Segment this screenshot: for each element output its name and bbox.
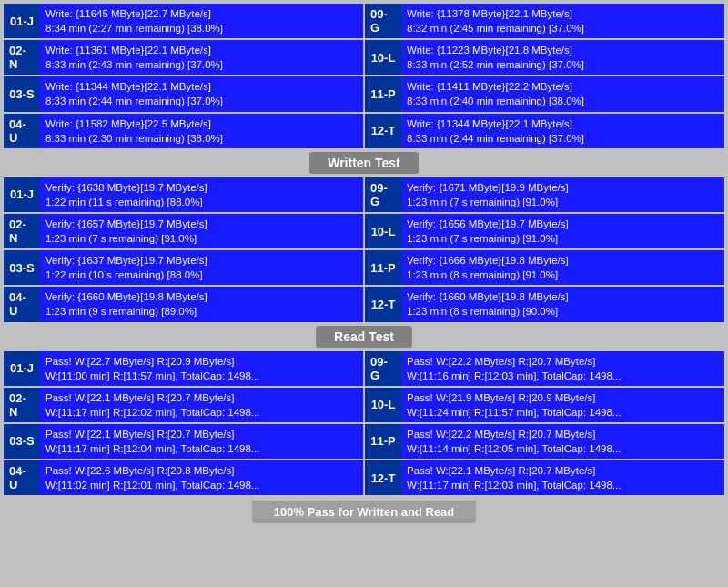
table-row: 10-L Write: {11223 MByte}[21.8 MByte/s] … bbox=[365, 40, 724, 75]
verify-line2-04u: 1:23 min (9 s remaining) [89.0%] bbox=[46, 304, 358, 319]
table-row: 04-U Write: {11582 MByte}[22.5 MByte/s] … bbox=[4, 114, 363, 148]
verify-line1-12t: Verify: {1660 MByte}[19.8 MByte/s] bbox=[407, 289, 719, 304]
table-row: 09-G Pass! W:[22.2 MByte/s] R:[20.7 MByt… bbox=[365, 351, 724, 386]
device-id-12t-verify: 12-T bbox=[365, 287, 401, 321]
write-line1-09g: Write: {11378 MByte}[22.1 MByte/s] bbox=[407, 6, 719, 21]
table-row: 09-G Verify: {1671 MByte}[19.9 MByte/s] … bbox=[365, 177, 724, 212]
read-line2-09g: W:[11:16 min] R:[12:03 min], TotalCap: 1… bbox=[407, 369, 719, 383]
write-status-09g: Write: {11378 MByte}[22.1 MByte/s] 8:32 … bbox=[401, 4, 724, 38]
write-line1-03s: Write: {11344 MByte}[22.1 MByte/s] bbox=[46, 79, 358, 94]
device-id-01j-verify: 01-J bbox=[4, 177, 40, 212]
write-line1-10l: Write: {11223 MByte}[21.8 MByte/s] bbox=[407, 43, 719, 57]
read-status-11p: Pass! W:[22.2 MByte/s] R:[20.7 MByte/s] … bbox=[401, 424, 724, 459]
write-line1-04u: Write: {11582 MByte}[22.5 MByte/s] bbox=[46, 116, 358, 131]
read-status-09g: Pass! W:[22.2 MByte/s] R:[20.7 MByte/s] … bbox=[401, 351, 724, 386]
device-id-02n-verify: 02-N bbox=[4, 214, 40, 248]
write-section: 01-J Write: {11645 MByte}[22.7 MByte/s] … bbox=[4, 4, 724, 148]
write-line1-12t: Write: {11344 MByte}[22.1 MByte/s] bbox=[407, 116, 719, 131]
device-id-10l-read: 10-L bbox=[365, 388, 401, 422]
write-status-01j: Write: {11645 MByte}[22.7 MByte/s] 8:34 … bbox=[40, 4, 363, 38]
read-test-divider: Read Test bbox=[4, 326, 724, 348]
read-line1-12t: Pass! W:[22.1 MByte/s] R:[20.7 MByte/s] bbox=[407, 463, 719, 478]
verify-line1-11p: Verify: {1666 MByte}[19.8 MByte/s] bbox=[407, 253, 719, 268]
verify-line1-04u: Verify: {1660 MByte}[19.8 MByte/s] bbox=[46, 289, 358, 304]
write-line2-12t: 8:33 min (2:44 min remaining) [37.0%] bbox=[407, 131, 719, 146]
verify-line2-09g: 1:23 min (7 s remaining) [91.0%] bbox=[407, 195, 719, 209]
verify-status-10l: Verify: {1656 MByte}[19.7 MByte/s] 1:23 … bbox=[401, 214, 724, 248]
read-line1-02n: Pass! W:[22.1 MByte/s] R:[20.7 MByte/s] bbox=[46, 390, 358, 405]
verify-line1-02n: Verify: {1657 MByte}[19.7 MByte/s] bbox=[46, 217, 358, 231]
table-row: 10-L Pass! W:[21.9 MByte/s] R:[20.9 MByt… bbox=[365, 388, 724, 422]
table-row: 01-J Write: {11645 MByte}[22.7 MByte/s] … bbox=[4, 4, 363, 38]
verify-section: 01-J Verify: {1638 MByte}[19.7 MByte/s] … bbox=[4, 177, 724, 322]
write-status-02n: Write: {11361 MByte}[22.1 MByte/s] 8:33 … bbox=[40, 40, 363, 75]
device-id-01j-read: 01-J bbox=[4, 351, 40, 386]
write-line1-11p: Write: {11411 MByte}[22.2 MByte/s] bbox=[407, 79, 719, 94]
read-section: 01-J Pass! W:[22.7 MByte/s] R:[20.9 MByt… bbox=[4, 351, 724, 496]
write-line2-04u: 8:33 min (2:30 min remaining) [38.0%] bbox=[46, 131, 358, 146]
write-line2-11p: 8:33 min (2:40 min remaining) [38.0%] bbox=[407, 94, 719, 108]
read-line2-10l: W:[11:24 min] R:[11:57 min], TotalCap: 1… bbox=[407, 405, 719, 420]
device-id-01j-write: 01-J bbox=[4, 4, 40, 38]
verify-line1-03s: Verify: {1637 MByte}[19.7 MByte/s] bbox=[46, 253, 358, 268]
write-line1-02n: Write: {11361 MByte}[22.1 MByte/s] bbox=[46, 43, 358, 57]
read-line2-12t: W:[11:17 min] R:[12:03 min], TotalCap: 1… bbox=[407, 478, 719, 492]
table-row: 12-T Pass! W:[22.1 MByte/s] R:[20.7 MByt… bbox=[365, 460, 724, 495]
device-id-09g-verify: 09-G bbox=[365, 177, 401, 212]
write-line2-02n: 8:33 min (2:43 min remaining) [37.0%] bbox=[46, 57, 358, 72]
read-line1-01j: Pass! W:[22.7 MByte/s] R:[20.9 MByte/s] bbox=[46, 354, 358, 369]
write-status-03s: Write: {11344 MByte}[22.1 MByte/s] 8:33 … bbox=[40, 76, 363, 111]
bottom-status-bar: 100% Pass for Written and Read bbox=[4, 499, 724, 525]
device-id-03s-read: 03-S bbox=[4, 424, 40, 459]
read-line1-11p: Pass! W:[22.2 MByte/s] R:[20.7 MByte/s] bbox=[407, 427, 719, 441]
final-status-label: 100% Pass for Written and Read bbox=[252, 501, 476, 523]
device-id-03s-verify: 03-S bbox=[4, 250, 40, 285]
read-status-03s: Pass! W:[22.1 MByte/s] R:[20.7 MByte/s] … bbox=[40, 424, 363, 459]
read-line2-04u: W:[11:02 min] R:[12:01 min], TotalCap: 1… bbox=[46, 478, 358, 492]
device-id-09g-read: 09-G bbox=[365, 351, 401, 386]
read-line1-09g: Pass! W:[22.2 MByte/s] R:[20.7 MByte/s] bbox=[407, 354, 719, 369]
read-line1-10l: Pass! W:[21.9 MByte/s] R:[20.9 MByte/s] bbox=[407, 390, 719, 405]
written-test-label: Written Test bbox=[309, 152, 419, 174]
device-id-11p-read: 11-P bbox=[365, 424, 401, 459]
write-line1-01j: Write: {11645 MByte}[22.7 MByte/s] bbox=[46, 6, 358, 21]
table-row: 03-S Verify: {1637 MByte}[19.7 MByte/s] … bbox=[4, 250, 363, 285]
table-row: 02-N Verify: {1657 MByte}[19.7 MByte/s] … bbox=[4, 214, 363, 248]
main-container: 01-J Write: {11645 MByte}[22.7 MByte/s] … bbox=[0, 0, 728, 529]
verify-line2-03s: 1:22 min (10 s remaining) [88.0%] bbox=[46, 268, 358, 282]
verify-line2-12t: 1:23 min (8 s remaining) [90.0%] bbox=[407, 304, 719, 319]
read-line1-04u: Pass! W:[22.6 MByte/s] R:[20.8 MByte/s] bbox=[46, 463, 358, 478]
verify-line2-02n: 1:23 min (7 s remaining) [91.0%] bbox=[46, 231, 358, 246]
device-id-09g-write: 09-G bbox=[365, 4, 401, 38]
verify-status-01j: Verify: {1638 MByte}[19.7 MByte/s] 1:22 … bbox=[40, 177, 363, 212]
device-id-04u-verify: 04-U bbox=[4, 287, 40, 321]
verify-grid: 01-J Verify: {1638 MByte}[19.7 MByte/s] … bbox=[4, 177, 724, 322]
read-test-label: Read Test bbox=[316, 326, 412, 348]
read-status-01j: Pass! W:[22.7 MByte/s] R:[20.9 MByte/s] … bbox=[40, 351, 363, 386]
write-line2-09g: 8:32 min (2:45 min remaining) [37.0%] bbox=[407, 21, 719, 35]
table-row: 01-J Verify: {1638 MByte}[19.7 MByte/s] … bbox=[4, 177, 363, 212]
write-right-col: 09-G Write: {11378 MByte}[22.1 MByte/s] … bbox=[365, 4, 724, 148]
device-id-03s-write: 03-S bbox=[4, 76, 40, 111]
device-id-02n-write: 02-N bbox=[4, 40, 40, 75]
device-id-10l-verify: 10-L bbox=[365, 214, 401, 248]
table-row: 11-P Write: {11411 MByte}[22.2 MByte/s] … bbox=[365, 76, 724, 111]
written-test-divider: Written Test bbox=[4, 152, 724, 174]
write-line2-03s: 8:33 min (2:44 min remaining) [37.0%] bbox=[46, 94, 358, 108]
verify-line2-01j: 1:22 min (11 s remaining) [88.0%] bbox=[46, 195, 358, 209]
table-row: 11-P Verify: {1666 MByte}[19.8 MByte/s] … bbox=[365, 250, 724, 285]
write-grid: 01-J Write: {11645 MByte}[22.7 MByte/s] … bbox=[4, 4, 724, 148]
read-status-10l: Pass! W:[21.9 MByte/s] R:[20.9 MByte/s] … bbox=[401, 388, 724, 422]
read-status-02n: Pass! W:[22.1 MByte/s] R:[20.7 MByte/s] … bbox=[40, 388, 363, 422]
verify-status-03s: Verify: {1637 MByte}[19.7 MByte/s] 1:22 … bbox=[40, 250, 363, 285]
device-id-04u-read: 04-U bbox=[4, 460, 40, 495]
table-row: 04-U Pass! W:[22.6 MByte/s] R:[20.8 MByt… bbox=[4, 460, 363, 495]
write-status-10l: Write: {11223 MByte}[21.8 MByte/s] 8:33 … bbox=[401, 40, 724, 75]
verify-status-11p: Verify: {1666 MByte}[19.8 MByte/s] 1:23 … bbox=[401, 250, 724, 285]
table-row: 11-P Pass! W:[22.2 MByte/s] R:[20.7 MByt… bbox=[365, 424, 724, 459]
verify-line2-11p: 1:23 min (8 s remaining) [91.0%] bbox=[407, 268, 719, 282]
write-status-04u: Write: {11582 MByte}[22.5 MByte/s] 8:33 … bbox=[40, 114, 363, 148]
verify-line1-01j: Verify: {1638 MByte}[19.7 MByte/s] bbox=[46, 180, 358, 195]
verify-line1-10l: Verify: {1656 MByte}[19.7 MByte/s] bbox=[407, 217, 719, 231]
table-row: 02-N Write: {11361 MByte}[22.1 MByte/s] … bbox=[4, 40, 363, 75]
